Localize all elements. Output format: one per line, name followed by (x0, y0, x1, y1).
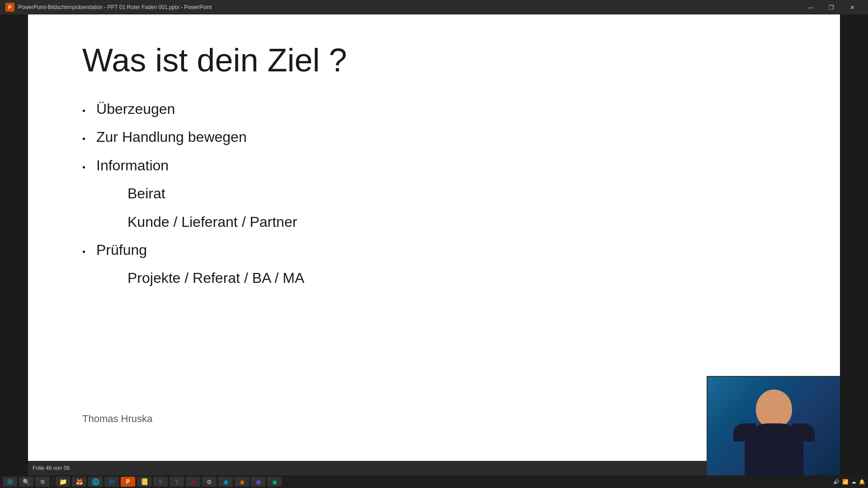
bullet-text-1: Überzeugen (96, 97, 175, 121)
visio-icon: V (159, 479, 162, 485)
app-icon: P (5, 3, 14, 12)
chrome-icon: 🌐 (92, 478, 99, 485)
taskbar-firefox[interactable]: 🦊 (72, 477, 86, 487)
bullet-item-2: • Zur Handlung bewegen (82, 125, 804, 149)
search-icon: 🔍 (23, 479, 30, 485)
taskbar-app1[interactable]: ◉ (218, 477, 233, 487)
file-explorer-icon: 📁 (59, 478, 67, 485)
app2-icon: ◉ (240, 479, 245, 485)
taskbar-acrobat[interactable]: A (186, 477, 200, 487)
notification-icon[interactable]: 🔔 (859, 479, 865, 485)
slide-content: • Überzeugen • Zur Handlung bewegen • In… (82, 97, 804, 294)
webcam-person (729, 380, 819, 475)
taskbar-teams[interactable]: T (170, 477, 184, 487)
window-title: PowerPoint-Bildschirmpräsentation - PPT … (18, 4, 212, 10)
settings-icon: ⚙ (207, 479, 212, 485)
slide-info: Folie 46 von 56 (33, 465, 70, 471)
taskbar-separator (52, 477, 53, 486)
bullet-dot-3: • (82, 160, 85, 175)
minimize-button[interactable]: — (800, 0, 821, 14)
cloud-icon[interactable]: ☁ (851, 479, 856, 485)
sub-item-beirat: Beirat (82, 181, 804, 206)
onenote-icon: 📒 (141, 478, 148, 485)
slide-title: Was ist dein Ziel ? (82, 42, 804, 79)
teams-icon: T (175, 479, 179, 485)
taskbar-outlook[interactable]: ✉ (104, 477, 119, 487)
taskbar-powerpoint[interactable]: P (121, 477, 135, 487)
taskbar: ⊞ 🔍 ⧉ 📁 🦊 🌐 ✉ P 📒 V T A ⚙ ◉ ◉ (0, 475, 868, 488)
windows-icon: ⊞ (7, 478, 13, 486)
system-tray: 🔊 📶 ☁ 🔔 (833, 479, 865, 485)
bullet-item-1: • Überzeugen (82, 97, 804, 121)
bullet-dot-2: • (82, 131, 85, 146)
person-head (756, 389, 792, 428)
bullet-text-3: Information (96, 153, 169, 178)
volume-icon[interactable]: 🔊 (833, 479, 840, 485)
taskbar-app3[interactable]: ◉ (251, 477, 265, 487)
footer-text: Thomas Hruska (82, 413, 152, 424)
app1-icon: ◉ (223, 479, 228, 485)
taskbar-chrome[interactable]: 🌐 (88, 477, 103, 487)
bullet-item-3: • Information (82, 153, 804, 178)
maximize-button[interactable]: ❐ (821, 0, 842, 14)
person-body (745, 423, 803, 475)
taskbar-visio[interactable]: V (153, 477, 168, 487)
bullet-item-4: • Prüfung (82, 238, 804, 262)
taskbar-onenote[interactable]: 📒 (137, 477, 151, 487)
sub-item-text-kunde: Kunde / Lieferant / Partner (127, 210, 297, 234)
firefox-icon: 🦊 (75, 478, 83, 485)
window-controls: — ❐ ✕ (800, 0, 863, 14)
taskview-icon: ⧉ (41, 479, 45, 485)
network-icon[interactable]: 📶 (842, 479, 849, 485)
app3-icon: ◉ (256, 479, 261, 485)
taskbar-taskview-button[interactable]: ⧉ (35, 477, 50, 487)
taskbar-app2[interactable]: ◉ (235, 477, 249, 487)
title-bar: P PowerPoint-Bildschirmpräsentation - PP… (0, 0, 868, 14)
sub-item-projekte: Projekte / Referat / BA / MA (82, 266, 804, 290)
sub-item-text-beirat: Beirat (127, 181, 165, 206)
bullet-text-2: Zur Handlung bewegen (96, 125, 247, 149)
close-button[interactable]: ✕ (842, 0, 863, 14)
sub-item-kunde: Kunde / Lieferant / Partner (82, 210, 804, 234)
bullet-dot-4: • (82, 244, 85, 259)
outlook-icon: ✉ (109, 478, 114, 485)
bullet-dot-1: • (82, 103, 85, 118)
acrobat-icon: A (191, 479, 195, 485)
app4-icon: ◉ (272, 479, 277, 485)
windows-start-button[interactable]: ⊞ (3, 477, 17, 487)
powerpoint-icon: P (126, 479, 130, 485)
left-panel (0, 14, 28, 475)
bullet-text-4: Prüfung (96, 238, 147, 262)
right-panel (840, 14, 868, 475)
webcam-overlay (707, 376, 840, 475)
taskbar-app4[interactable]: ◉ (267, 477, 282, 487)
taskbar-search-button[interactable]: 🔍 (19, 477, 33, 487)
slide-footer: Thomas Hruska (82, 413, 152, 425)
taskbar-settings[interactable]: ⚙ (202, 477, 217, 487)
sub-item-text-projekte: Projekte / Referat / BA / MA (127, 266, 304, 290)
taskbar-file-explorer[interactable]: 📁 (56, 477, 70, 487)
